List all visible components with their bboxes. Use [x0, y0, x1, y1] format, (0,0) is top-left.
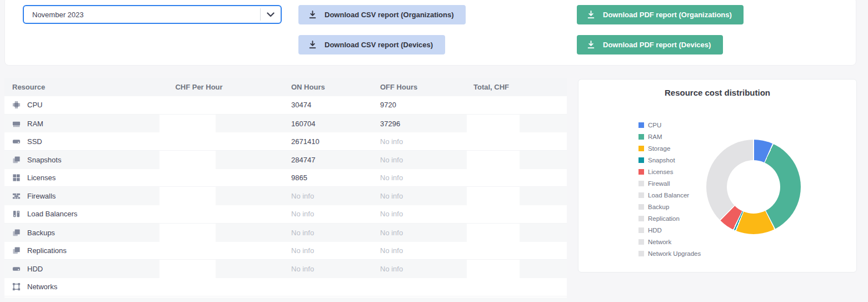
legend-label: Storage	[648, 145, 670, 152]
chevron-down-icon	[261, 12, 281, 17]
legend-item[interactable]: CPU	[638, 119, 701, 131]
on-hours-cell: 284747	[291, 151, 315, 169]
legend-item[interactable]: Firewall	[638, 177, 701, 189]
chf-per-hour-cell	[154, 96, 243, 114]
resource-cell: RAM	[12, 115, 43, 133]
on-hours-cell: No info	[291, 224, 314, 242]
download-csv-devices-button[interactable]: Download CSV report (Devices)	[298, 35, 445, 55]
download-icon	[587, 41, 595, 49]
table-row: FirewallsNo infoNo info	[4, 187, 567, 205]
resource-label: Firewalls	[27, 192, 56, 200]
legend-item[interactable]: Licenses	[638, 166, 701, 177]
chf-per-hour-cell	[154, 205, 243, 223]
chf-per-hour-cell	[154, 224, 243, 242]
load-balancers-icon	[12, 210, 21, 218]
legend-swatch	[638, 134, 644, 140]
legend-swatch	[638, 216, 644, 221]
chf-per-hour-cell	[154, 132, 243, 150]
snapshots-icon	[12, 156, 21, 164]
resource-label: HDD	[27, 265, 43, 273]
button-label: Download PDF report (Organizations)	[603, 11, 732, 19]
resource-cell: Firewalls	[12, 187, 56, 205]
table-row: Load BalancersNo infoNo info	[4, 205, 567, 224]
column-header-resource: Resource	[12, 78, 45, 96]
table-row: HDDNo infoNo info	[4, 260, 567, 278]
table-row: RAM16070437296	[4, 115, 567, 133]
on-hours-cell: 9865	[291, 169, 307, 187]
off-hours-cell: No info	[380, 260, 403, 278]
legend-swatch	[638, 157, 644, 163]
column-gap	[467, 187, 520, 205]
on-hours-cell: 160704	[291, 115, 315, 133]
resource-cell: Networks	[12, 278, 57, 296]
column-header-total-chf: Total, CHF	[473, 78, 509, 96]
legend-item[interactable]: Network Upgrades	[638, 247, 701, 259]
chf-per-hour-cell	[154, 260, 243, 278]
table-header-row: Resource CHF Per Hour ON Hours OFF Hours…	[4, 78, 567, 96]
resource-label: CPU	[27, 101, 42, 109]
legend-item[interactable]: Replication	[638, 212, 701, 224]
legend-item[interactable]: Snapshot	[638, 154, 701, 166]
table-row-partial	[4, 298, 567, 302]
resource-label: Replications	[27, 246, 67, 255]
download-pdf-devices-button[interactable]: Download PDF report (Devices)	[577, 35, 723, 55]
cpu-icon	[12, 101, 21, 109]
resource-table-card: Resource CHF Per Hour ON Hours OFF Hours…	[4, 78, 567, 302]
donut-chart	[706, 140, 801, 234]
hdd-icon	[12, 265, 21, 273]
legend-label: Backup	[648, 204, 669, 210]
replications-icon	[12, 246, 21, 255]
legend-label: Load Balancer	[648, 192, 689, 199]
legend-item[interactable]: HDD	[638, 224, 701, 236]
table-row: Licenses9865No info	[4, 169, 567, 187]
legend-swatch	[638, 181, 644, 186]
legend-label: Network	[648, 239, 671, 245]
legend-item[interactable]: Backup	[638, 201, 701, 212]
resource-label: Backups	[27, 229, 55, 237]
download-csv-organizations-button[interactable]: Download CSV report (Organizations)	[298, 5, 466, 24]
networks-icon	[12, 283, 21, 291]
legend-label: Licenses	[648, 169, 673, 175]
legend-swatch	[638, 251, 644, 256]
off-hours-cell: No info	[380, 132, 403, 150]
resource-cell: Load Balancers	[12, 205, 77, 223]
resource-cell: Snapshots	[12, 151, 61, 169]
off-hours-cell: No info	[380, 205, 403, 223]
column-gap	[467, 115, 520, 133]
download-icon	[308, 41, 317, 49]
chf-per-hour-cell	[154, 242, 243, 260]
firewalls-icon	[12, 192, 21, 200]
resource-label: Snapshots	[27, 156, 61, 164]
table-row: Networks	[4, 278, 567, 296]
legend-label: Snapshot	[648, 157, 675, 164]
chart-card: Resource cost distribution CPURAMStorage…	[578, 79, 857, 273]
period-select[interactable]: November 2023	[23, 5, 282, 24]
legend-item[interactable]: RAM	[638, 131, 701, 142]
on-hours-cell: No info	[291, 260, 314, 278]
off-hours-cell: No info	[380, 151, 403, 169]
legend-item[interactable]: Storage	[638, 142, 701, 154]
toolbar-card: November 2023 Download CSV report (Organ…	[4, 0, 856, 66]
off-hours-cell: 37296	[380, 115, 400, 133]
column-gap	[467, 260, 520, 278]
legend-swatch	[638, 146, 644, 151]
on-hours-cell: 2671410	[291, 132, 320, 150]
button-label: Download PDF report (Devices)	[603, 41, 711, 49]
ram-icon	[12, 120, 21, 128]
chf-per-hour-cell	[154, 169, 243, 187]
chf-per-hour-cell	[154, 115, 243, 133]
legend-swatch	[638, 169, 644, 175]
column-header-chf-per-hour: CHF Per Hour	[154, 78, 243, 96]
legend-swatch	[638, 192, 644, 198]
on-hours-cell: No info	[291, 205, 314, 223]
resource-label: RAM	[27, 120, 43, 128]
resource-cell: SSD	[12, 132, 42, 150]
off-hours-cell: No info	[380, 224, 403, 242]
legend-item[interactable]: Load Balancer	[638, 189, 701, 201]
download-pdf-organizations-button[interactable]: Download PDF report (Organizations)	[577, 5, 744, 24]
legend-item[interactable]: Network	[638, 236, 701, 247]
resource-cell: Replications	[12, 242, 67, 260]
legend-label: Network Upgrades	[648, 250, 701, 257]
table-row: SSD2671410No info	[4, 132, 567, 151]
chf-per-hour-cell	[154, 187, 243, 205]
